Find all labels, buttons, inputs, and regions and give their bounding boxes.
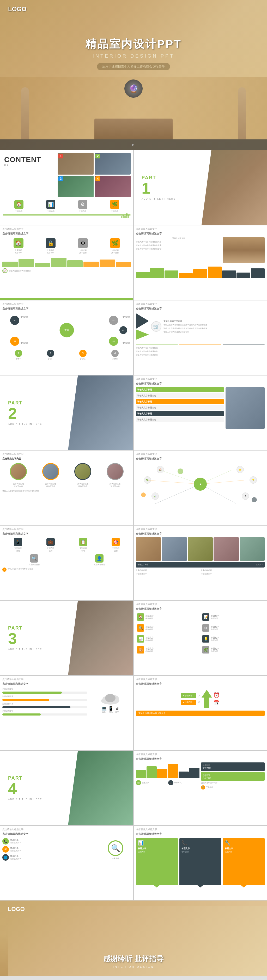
ig2-3: 📋 文字内容 说明 (67, 538, 99, 552)
arrow-hint: 点击请输入标题文字 (136, 678, 265, 681)
prog-subhint: 点击请填写和描述文字 (2, 682, 131, 686)
slide-icon-row: 点击请输入标题文字 点击请填写和描述文字 🏠 文字说明 文字说明 🔒 文字说明 … (0, 225, 133, 300)
progress-bars-container: 进度说明文字 进度说明文字 进度说明文字 (2, 688, 87, 717)
slide-flow: 点击请输入标题文字 点击请填写和描述文字 主题 01 02 03 04 05 文… (0, 300, 133, 375)
bookmark-orange: 🔧 标题文字 说明内容 (223, 838, 265, 885)
arrow-box-1: ▶ 步骤内容 (181, 693, 196, 698)
circle-photos (2, 463, 131, 480)
table-row-6: 请输入文字标题内容 (136, 417, 224, 422)
slide-content-index: CONTENT 目录 1 2 3 4 (0, 150, 133, 225)
node-3: 03 (10, 337, 19, 346)
icon-box-dark: 📊 (46, 200, 55, 209)
ig2-1: 📱 文字内容 说明 (2, 538, 34, 552)
room-photo-1 (223, 237, 265, 263)
contact-hint: 点击请输入标题文字 (2, 828, 131, 831)
images-grid: 1 2 3 4 (58, 153, 131, 197)
dark-info-bar: 标题文字内容 说明文字 (136, 562, 265, 568)
cloud-section: 💻 设备 📱 移动 🖥 显示 (90, 688, 131, 717)
slide-row-6: 点击请输入标题文字 点击请填写和描述文字 📱 文字内容 说明 💼 文字内容 说明… (0, 525, 267, 600)
il-3: 🔍 标题文字 内容说明 (136, 623, 200, 633)
triangle-shapes (136, 313, 149, 340)
strip-hint: 点击请输入标题文字 (136, 528, 265, 531)
contact-row-1: 📞 联系标题 内容说明文字 (2, 838, 98, 845)
bottom-bar-chart (136, 265, 265, 278)
content-icon-4: 🌿 文字内容 (110, 200, 119, 212)
strip-photo-1 (136, 537, 161, 561)
slide-photo-grid: 点击请输入标题文字 点击替换文字内容 文字内容描述 请填写内容 文字内容描述 (0, 450, 133, 525)
info-hint: 点击请输入标题文字 (136, 302, 265, 306)
contact-subhint: 点击请填写和描述文字 (2, 832, 131, 836)
slide-row-8: 点击请输入标题文字 点击请填写和描述文字 进度说明文字 进度说明文字 (0, 675, 267, 751)
icon-item-4: 🌿 文字说明 文字说明 (110, 238, 120, 254)
final-hint: 点击请输入标题文字 (136, 753, 265, 756)
svg-line-3 (200, 480, 244, 484)
slide-icon-list: 点击请输入标题文字 点击请填写和描述文字 🏠 标题文字 内容说明 📝 标题文字 (133, 600, 267, 675)
slide-photo-strip: 点击请输入标题文字 点击请填写和描述文字 标题文字内容 说明文字 (133, 525, 267, 600)
node-label-1: 文字内容 (21, 316, 28, 318)
il-2: 📝 标题文字 内容说明 (201, 612, 265, 622)
node-5: 05 (120, 326, 127, 334)
ig2-2: 💼 文字内容 说明 (35, 538, 66, 552)
cloud-svg (100, 692, 121, 705)
network-subhint: 点击请填写和描述文字 (136, 457, 265, 461)
node-label-3: 文字内容 (21, 342, 28, 344)
svg-line-2 (147, 480, 200, 484)
svg-line-4 (155, 484, 200, 504)
circle-network: 主题 01 02 03 04 05 文字内容 文字内容 文字内容 文字内容 (2, 312, 131, 348)
il-7: 🎨 标题文字 内容说明 (136, 645, 200, 655)
slide-table-list: 点击请输入标题文字 点击请填写和描述文字 请输入文字标题 请输入文字标题内容 请… (133, 375, 267, 450)
icon-item-home: 🏠 文字说明 文字说明 (14, 238, 24, 254)
prog-hint: 点击请输入标题文字 (2, 678, 131, 681)
final-subhint: 点击请填写和描述文字 (136, 757, 265, 761)
slide-icon-row-2: 点击请输入标题文字 点击请填写和描述文字 📱 文字内容 说明 💼 文字内容 说明… (0, 525, 133, 600)
slide-ending: LOGO 感谢聆听 批评指导 INTERIOR DESIGN (0, 900, 267, 976)
icon-item-3: ⚙ 文字说明 文字说明 (78, 238, 88, 254)
part1-room-img (201, 150, 267, 225)
circle-photo-4 (107, 463, 123, 480)
part4-room-img (68, 751, 133, 825)
slide-room-chart: 点击请输入标题文字 点击请填写和描述文字 请输入标题文字 请输入文字内容和描述信… (133, 225, 267, 300)
click-hint-2: 点击请输入标题文字 (136, 228, 265, 231)
strip-photo-3 (188, 537, 213, 561)
node-4: 04 (109, 337, 118, 346)
slide-progress-cloud: 点击请输入标题文字 点击请填写和描述文字 进度说明文字 进度说明文字 (0, 675, 133, 751)
cover-bottom-bar: ▶ (0, 139, 267, 150)
content-bottom: 🏠 文字内容 📊 文字内容 ⚙ 文字内容 🌿 (3, 200, 131, 220)
cover-logo: LOGO (8, 5, 27, 13)
arrow-subhint: 点击请填写和描述文字 (136, 682, 265, 686)
slide-row-10: 点击请输入标题文字 点击请填写和描述文字 📞 联系标题 内容说明文字 (0, 826, 267, 900)
contact-row-2: ✉ 联系标题 内容说明文字 (2, 846, 98, 853)
bookmark-dark: 📞 标题文字 说明内容 (179, 838, 221, 885)
bookmark-hint: 点击请输入标题文字 (136, 828, 265, 831)
bar-chart (2, 256, 131, 267)
ilist-hint: 点击请输入标题文字 (136, 603, 265, 606)
photo-strip-row (136, 537, 265, 561)
cover-subtitle: INTERIOR DESIGN PPT (0, 53, 267, 59)
slide-part3-title: PART 3 ADD A TITLE IN HERE (0, 600, 133, 675)
content-num-3: 3 (58, 177, 63, 181)
flow-hint: 点击请输入标题文字 (2, 302, 131, 306)
icon-box-orange: 🌿 (110, 200, 119, 209)
slide-row-3: 点击请输入标题文字 点击请填写和描述文字 主题 01 02 03 04 05 文… (0, 300, 267, 375)
green-bottom-strip (3, 215, 131, 215)
bookmark-items: 📊 标题文字 说明内容 📞 标题文字 说明内容 (136, 838, 265, 885)
ig2-4: 🎯 文字内容 说明 (100, 538, 131, 552)
node-1: 01 (10, 316, 19, 325)
strip-photo-2 (161, 537, 187, 561)
strip-subhint: 点击请填写和描述文字 (136, 532, 265, 536)
slide-row-1: CONTENT 目录 1 2 3 4 (0, 150, 267, 225)
photo-replace-hint: 点击替换文字内容 (2, 457, 131, 460)
search-icon-section: 🔍 搜索查找 (100, 838, 131, 862)
slide-bookmarks: 点击请输入标题文字 点击请填写和描述文字 📊 标题文字 说明内容 📞 标题文字 (133, 826, 267, 900)
il-1: 🏠 标题文字 内容说明 (136, 612, 200, 622)
slide-row-5: 点击请输入标题文字 点击替换文字内容 文字内容描述 请填写内容 文字内容描述 (0, 450, 267, 525)
node-label-4: 文字内容 (123, 342, 130, 344)
table-row-3: 请输入文字标题 (136, 399, 224, 404)
center-bubble: ★ (194, 477, 207, 491)
bookmark-subhint: 点击请填写和描述文字 (136, 832, 265, 836)
strip-photo-4 (214, 537, 238, 561)
icon-item-2: 🔒 文字说明 文字说明 (46, 238, 56, 254)
dark-info-1: 标题说明 文字内容 (201, 762, 265, 771)
ending-text: 感谢聆听 批评指导 INTERIOR DESIGN (0, 954, 267, 968)
content-img-2: 2 (94, 153, 131, 175)
